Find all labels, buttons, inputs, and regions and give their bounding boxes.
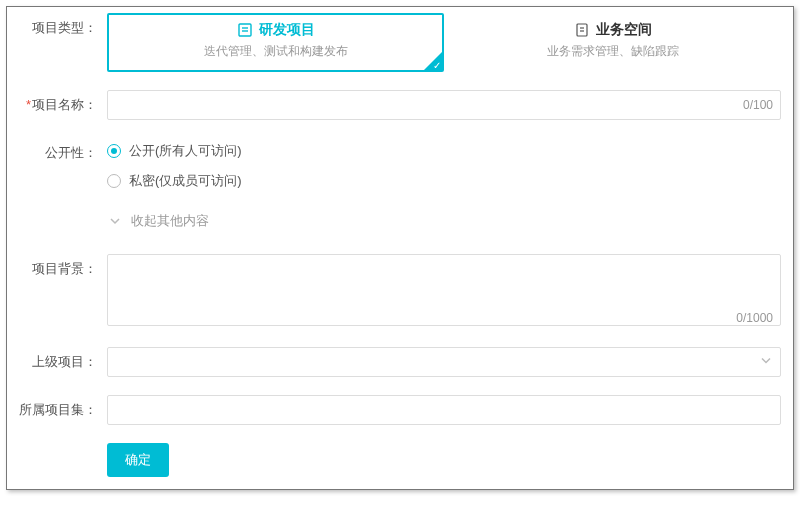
check-corner-icon	[424, 52, 442, 70]
collapse-toggle[interactable]: 收起其他内容	[109, 212, 209, 230]
parent-project-select[interactable]	[107, 347, 781, 377]
row-collapse: 收起其他内容	[19, 212, 781, 244]
submit-button[interactable]: 确定	[107, 443, 169, 477]
project-bg-textarea[interactable]	[107, 254, 781, 326]
row-project-bg: 项目背景： 0/1000	[19, 254, 781, 329]
row-visibility: 公开性： 公开(所有人可访问) 私密(仅成员可访问)	[19, 138, 781, 202]
type-card-rd-title: 研发项目	[259, 21, 315, 39]
row-project-name: *项目名称： 0/100	[19, 90, 781, 120]
type-card-rd[interactable]: 研发项目 迭代管理、测试和构建发布	[107, 13, 444, 72]
label-project-bg: 项目背景：	[19, 254, 97, 278]
visibility-public[interactable]: 公开(所有人可访问)	[107, 142, 781, 160]
label-project-set: 所属项目集：	[19, 395, 97, 419]
project-name-input[interactable]	[107, 90, 781, 120]
label-project-name: *项目名称：	[19, 90, 97, 114]
type-card-biz-desc: 业务需求管理、缺陷跟踪	[450, 43, 775, 60]
label-parent-project: 上级项目：	[19, 347, 97, 371]
create-project-dialog: 项目类型： 研发项目 迭代管理、测试和构建发布	[6, 6, 794, 490]
note-icon	[574, 22, 590, 38]
radio-icon	[107, 144, 121, 158]
radio-icon	[107, 174, 121, 188]
chevron-down-icon	[760, 355, 772, 370]
label-project-type: 项目类型：	[19, 13, 97, 37]
collapse-label: 收起其他内容	[131, 212, 209, 230]
row-project-type: 项目类型： 研发项目 迭代管理、测试和构建发布	[19, 13, 781, 72]
chevron-down-icon	[109, 215, 121, 227]
svg-rect-3	[577, 24, 587, 36]
svg-rect-0	[239, 24, 251, 36]
project-name-counter: 0/100	[743, 98, 773, 112]
row-project-set: 所属项目集：	[19, 395, 781, 425]
visibility-private[interactable]: 私密(仅成员可访问)	[107, 172, 781, 190]
list-icon	[237, 22, 253, 38]
project-bg-counter: 0/1000	[736, 311, 773, 325]
row-parent-project: 上级项目：	[19, 347, 781, 377]
project-set-select[interactable]	[107, 395, 781, 425]
label-visibility: 公开性：	[19, 138, 97, 162]
type-card-biz-title: 业务空间	[596, 21, 652, 39]
type-card-biz[interactable]: 业务空间 业务需求管理、缺陷跟踪	[444, 13, 781, 72]
visibility-private-label: 私密(仅成员可访问)	[129, 172, 242, 190]
visibility-public-label: 公开(所有人可访问)	[129, 142, 242, 160]
type-card-rd-desc: 迭代管理、测试和构建发布	[113, 43, 438, 60]
row-actions: 确定	[19, 443, 781, 477]
